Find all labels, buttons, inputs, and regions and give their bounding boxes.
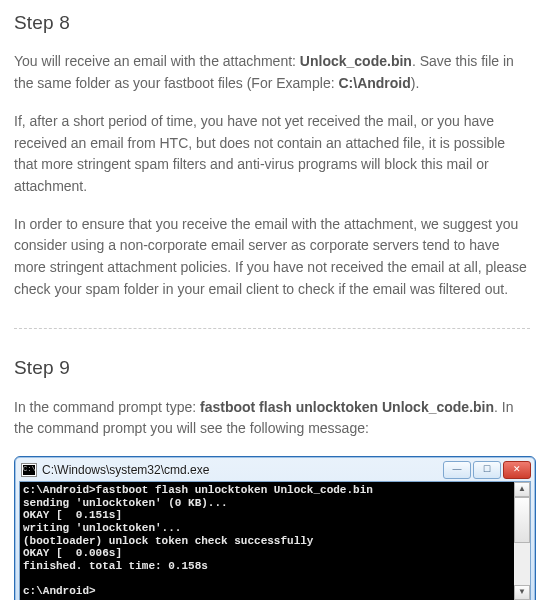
path-bold: C:\Android xyxy=(338,75,410,91)
step8-para1: You will receive an email with the attac… xyxy=(14,51,530,94)
step9-heading: Step 9 xyxy=(14,353,530,382)
scroll-thumb[interactable] xyxy=(514,497,530,543)
maximize-button[interactable]: ☐ xyxy=(473,461,501,479)
titlebar: C:\Windows\system32\cmd.exe — ☐ ✕ xyxy=(15,457,535,481)
console-output: c:\Android>fastboot flash unlocktoken Un… xyxy=(20,482,514,600)
text: You will receive an email with the attac… xyxy=(14,53,300,69)
text: ). xyxy=(411,75,420,91)
step9-para1: In the command prompt type: fastboot fla… xyxy=(14,397,530,440)
scroll-track[interactable] xyxy=(514,497,530,585)
scroll-up-icon[interactable]: ▲ xyxy=(514,482,530,497)
filename-bold: Unlock_code.bin xyxy=(300,53,412,69)
command-bold: fastboot flash unlocktoken Unlock_code.b… xyxy=(200,399,494,415)
console-area: c:\Android>fastboot flash unlocktoken Un… xyxy=(19,481,531,600)
step8-para2: If, after a short period of time, you ha… xyxy=(14,111,530,198)
scrollbar[interactable]: ▲ ▼ xyxy=(514,482,530,600)
text: In the command prompt type: xyxy=(14,399,200,415)
window-title: C:\Windows\system32\cmd.exe xyxy=(42,461,443,480)
cmd-icon xyxy=(21,463,37,477)
cmd-window: C:\Windows\system32\cmd.exe — ☐ ✕ c:\And… xyxy=(14,456,536,600)
step8-heading: Step 8 xyxy=(14,8,530,37)
window-buttons: — ☐ ✕ xyxy=(443,461,531,479)
scroll-down-icon[interactable]: ▼ xyxy=(514,585,530,600)
step8-para3: In order to ensure that you receive the … xyxy=(14,214,530,301)
minimize-button[interactable]: — xyxy=(443,461,471,479)
close-button[interactable]: ✕ xyxy=(503,461,531,479)
separator xyxy=(14,328,530,329)
